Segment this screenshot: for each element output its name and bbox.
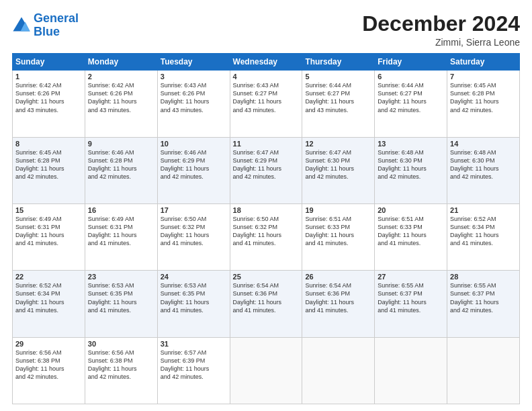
day-number: 21	[450, 206, 517, 214]
day-number: 12	[305, 140, 371, 148]
day-number: 10	[161, 140, 227, 148]
day-number: 18	[233, 206, 300, 214]
table-row: 31Sunrise: 6:57 AM Sunset: 6:39 PM Dayli…	[157, 337, 230, 404]
day-info: Sunrise: 6:48 AM Sunset: 6:30 PM Dayligh…	[450, 148, 517, 181]
title-block: December 2024 Zimmi, Sierra Leone	[362, 12, 520, 48]
day-number: 28	[450, 273, 517, 281]
calendar-table: Sunday Monday Tuesday Wednesday Thursday…	[12, 53, 520, 404]
day-number: 26	[305, 273, 371, 281]
month-title: December 2024	[362, 12, 520, 36]
day-number: 4	[233, 73, 300, 81]
day-info: Sunrise: 6:47 AM Sunset: 6:30 PM Dayligh…	[305, 148, 371, 181]
col-thursday: Thursday	[302, 54, 375, 71]
table-row: 16Sunrise: 6:49 AM Sunset: 6:31 PM Dayli…	[85, 203, 157, 270]
day-info: Sunrise: 6:56 AM Sunset: 6:38 PM Dayligh…	[88, 349, 154, 381]
day-number: 19	[305, 206, 371, 214]
table-row: 23Sunrise: 6:53 AM Sunset: 6:35 PM Dayli…	[85, 271, 157, 337]
table-row: 18Sunrise: 6:50 AM Sunset: 6:32 PM Dayli…	[230, 203, 302, 270]
day-number: 13	[378, 140, 444, 148]
header: General Blue December 2024 Zimmi, Sierra…	[12, 12, 520, 48]
day-info: Sunrise: 6:50 AM Sunset: 6:32 PM Dayligh…	[161, 215, 227, 248]
day-number: 24	[161, 273, 227, 281]
day-info: Sunrise: 6:53 AM Sunset: 6:35 PM Dayligh…	[88, 281, 154, 314]
day-number: 3	[161, 73, 227, 81]
day-info: Sunrise: 6:45 AM Sunset: 6:28 PM Dayligh…	[15, 148, 82, 181]
table-row: 4Sunrise: 6:43 AM Sunset: 6:27 PM Daylig…	[230, 71, 302, 137]
empty-cell	[375, 337, 447, 404]
logo-text: General Blue	[34, 12, 79, 39]
day-info: Sunrise: 6:54 AM Sunset: 6:36 PM Dayligh…	[233, 281, 300, 314]
day-info: Sunrise: 6:50 AM Sunset: 6:32 PM Dayligh…	[233, 215, 300, 248]
table-row: 29Sunrise: 6:56 AM Sunset: 6:38 PM Dayli…	[13, 337, 85, 404]
day-info: Sunrise: 6:55 AM Sunset: 6:37 PM Dayligh…	[378, 281, 444, 314]
day-info: Sunrise: 6:51 AM Sunset: 6:33 PM Dayligh…	[305, 215, 371, 248]
col-saturday: Saturday	[447, 54, 520, 71]
calendar-header-row: Sunday Monday Tuesday Wednesday Thursday…	[13, 54, 520, 71]
table-row: 6Sunrise: 6:44 AM Sunset: 6:27 PM Daylig…	[375, 71, 447, 137]
table-row: 22Sunrise: 6:52 AM Sunset: 6:34 PM Dayli…	[13, 271, 85, 337]
day-info: Sunrise: 6:43 AM Sunset: 6:26 PM Dayligh…	[161, 81, 227, 114]
day-number: 30	[88, 340, 154, 348]
day-number: 15	[15, 206, 82, 214]
table-row: 25Sunrise: 6:54 AM Sunset: 6:36 PM Dayli…	[230, 271, 302, 337]
col-monday: Monday	[85, 54, 157, 71]
table-row: 12Sunrise: 6:47 AM Sunset: 6:30 PM Dayli…	[302, 137, 375, 203]
day-info: Sunrise: 6:55 AM Sunset: 6:37 PM Dayligh…	[450, 281, 517, 314]
day-info: Sunrise: 6:54 AM Sunset: 6:36 PM Dayligh…	[305, 281, 371, 314]
day-number: 17	[161, 206, 227, 214]
day-info: Sunrise: 6:42 AM Sunset: 6:26 PM Dayligh…	[88, 81, 154, 114]
day-info: Sunrise: 6:43 AM Sunset: 6:27 PM Dayligh…	[233, 81, 300, 114]
location: Zimmi, Sierra Leone	[362, 37, 520, 48]
day-info: Sunrise: 6:56 AM Sunset: 6:38 PM Dayligh…	[15, 349, 82, 381]
table-row: 19Sunrise: 6:51 AM Sunset: 6:33 PM Dayli…	[302, 203, 375, 270]
table-row: 21Sunrise: 6:52 AM Sunset: 6:34 PM Dayli…	[447, 203, 520, 270]
day-info: Sunrise: 6:44 AM Sunset: 6:27 PM Dayligh…	[305, 81, 371, 114]
table-row: 9Sunrise: 6:46 AM Sunset: 6:28 PM Daylig…	[85, 137, 157, 203]
day-number: 2	[88, 73, 154, 81]
day-info: Sunrise: 6:45 AM Sunset: 6:28 PM Dayligh…	[450, 81, 517, 114]
table-row: 15Sunrise: 6:49 AM Sunset: 6:31 PM Dayli…	[13, 203, 85, 270]
day-number: 20	[378, 206, 444, 214]
day-number: 25	[233, 273, 300, 281]
day-number: 5	[305, 73, 371, 81]
day-info: Sunrise: 6:57 AM Sunset: 6:39 PM Dayligh…	[161, 349, 227, 381]
day-info: Sunrise: 6:52 AM Sunset: 6:34 PM Dayligh…	[15, 281, 82, 314]
day-number: 1	[15, 73, 82, 81]
table-row: 2Sunrise: 6:42 AM Sunset: 6:26 PM Daylig…	[85, 71, 157, 137]
day-info: Sunrise: 6:49 AM Sunset: 6:31 PM Dayligh…	[15, 215, 82, 248]
table-row: 1Sunrise: 6:42 AM Sunset: 6:26 PM Daylig…	[13, 71, 85, 137]
day-info: Sunrise: 6:51 AM Sunset: 6:33 PM Dayligh…	[378, 215, 444, 248]
table-row: 26Sunrise: 6:54 AM Sunset: 6:36 PM Dayli…	[302, 271, 375, 337]
logo-icon	[12, 16, 31, 35]
empty-cell	[447, 337, 520, 404]
table-row: 24Sunrise: 6:53 AM Sunset: 6:35 PM Dayli…	[157, 271, 230, 337]
table-row: 8Sunrise: 6:45 AM Sunset: 6:28 PM Daylig…	[13, 137, 85, 203]
day-info: Sunrise: 6:44 AM Sunset: 6:27 PM Dayligh…	[378, 81, 444, 114]
day-info: Sunrise: 6:46 AM Sunset: 6:28 PM Dayligh…	[88, 148, 154, 181]
table-row: 7Sunrise: 6:45 AM Sunset: 6:28 PM Daylig…	[447, 71, 520, 137]
day-number: 16	[88, 206, 154, 214]
day-number: 11	[233, 140, 300, 148]
empty-cell	[302, 337, 375, 404]
day-number: 31	[161, 340, 227, 348]
day-number: 9	[88, 140, 154, 148]
day-info: Sunrise: 6:46 AM Sunset: 6:29 PM Dayligh…	[161, 148, 227, 181]
table-row: 20Sunrise: 6:51 AM Sunset: 6:33 PM Dayli…	[375, 203, 447, 270]
day-number: 29	[15, 340, 82, 348]
table-row: 30Sunrise: 6:56 AM Sunset: 6:38 PM Dayli…	[85, 337, 157, 404]
table-row: 10Sunrise: 6:46 AM Sunset: 6:29 PM Dayli…	[157, 137, 230, 203]
day-number: 22	[15, 273, 82, 281]
col-sunday: Sunday	[13, 54, 85, 71]
col-wednesday: Wednesday	[230, 54, 302, 71]
day-info: Sunrise: 6:42 AM Sunset: 6:26 PM Dayligh…	[15, 81, 82, 114]
table-row: 14Sunrise: 6:48 AM Sunset: 6:30 PM Dayli…	[447, 137, 520, 203]
page: General Blue December 2024 Zimmi, Sierra…	[0, 0, 532, 411]
day-number: 8	[15, 140, 82, 148]
day-number: 14	[450, 140, 517, 148]
table-row: 17Sunrise: 6:50 AM Sunset: 6:32 PM Dayli…	[157, 203, 230, 270]
table-row: 5Sunrise: 6:44 AM Sunset: 6:27 PM Daylig…	[302, 71, 375, 137]
table-row: 28Sunrise: 6:55 AM Sunset: 6:37 PM Dayli…	[447, 271, 520, 337]
day-number: 27	[378, 273, 444, 281]
day-info: Sunrise: 6:53 AM Sunset: 6:35 PM Dayligh…	[161, 281, 227, 314]
col-friday: Friday	[375, 54, 447, 71]
